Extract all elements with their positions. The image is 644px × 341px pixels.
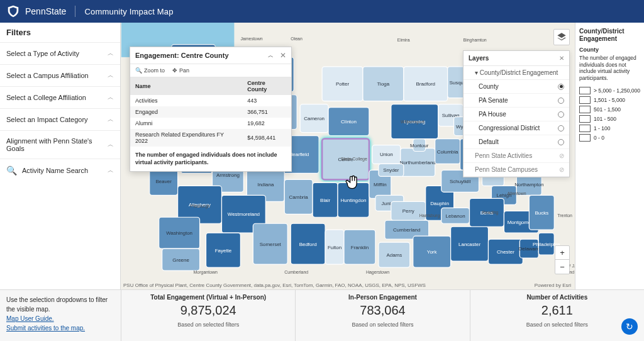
- pan-icon: ✥: [172, 67, 177, 74]
- layer-penn-state-campuses[interactable]: Penn State Campuses⊘: [464, 163, 569, 177]
- filters-panel: Filters Select a Type of Activity︿Select…: [0, 23, 121, 289]
- city-label: Binghamton: [464, 38, 487, 43]
- layers-panel: Layers ✕ ▾ County/District Engagement Co…: [463, 50, 570, 177]
- map-canvas[interactable]: ErieCrawfordWarrenMcKeanPotterTiogaBradf…: [121, 23, 575, 289]
- county-columbia[interactable]: [435, 139, 460, 164]
- radio-icon: [558, 139, 564, 145]
- county-northumberland[interactable]: [401, 148, 435, 177]
- chevron-up-icon: ︿: [108, 71, 114, 80]
- page-title: Community Impact Map: [84, 7, 173, 16]
- layer-option-pa-house[interactable]: PA House: [464, 108, 569, 121]
- filter-item-2[interactable]: Select a College Affiliation︿: [0, 87, 120, 109]
- county-potter[interactable]: [322, 67, 363, 101]
- radio-icon: [558, 111, 564, 118]
- legend-bin: 0 - 0: [579, 134, 640, 142]
- county-clinton[interactable]: [328, 108, 369, 136]
- popup-collapse-icon[interactable]: ︿: [268, 52, 274, 60]
- county-york[interactable]: [413, 236, 451, 267]
- legend-bin: 501 - 1,500: [579, 106, 640, 113]
- layer-penn-state-activities[interactable]: Penn State Activities⊘: [464, 149, 569, 163]
- county-washington[interactable]: [159, 217, 200, 249]
- radio-icon: [558, 84, 564, 90]
- county-blair[interactable]: [313, 182, 338, 217]
- city-label: Cumberland: [284, 270, 308, 274]
- chevron-up-icon: ︿: [108, 93, 114, 102]
- layers-icon: [557, 32, 567, 42]
- layers-title: Layers: [469, 55, 559, 62]
- county-bradford[interactable]: [404, 67, 448, 101]
- chevron-up-icon: ︿: [108, 49, 114, 58]
- county-tioga[interactable]: [363, 67, 404, 101]
- legend-bin: 101 - 500: [579, 115, 640, 123]
- legend-title: County/District Engagement: [579, 28, 640, 43]
- county-delaware[interactable]: [519, 239, 538, 258]
- layer-option-pa-senate[interactable]: PA Senate: [464, 94, 569, 108]
- layers-close-icon[interactable]: ✕: [559, 55, 564, 62]
- zoom-in-button[interactable]: +: [555, 246, 569, 260]
- county-chester[interactable]: [488, 239, 523, 264]
- county-union[interactable]: [372, 145, 401, 164]
- zoom-icon: 🔍: [135, 67, 142, 74]
- footer-help: Use the selection dropdowns to filter th…: [0, 290, 121, 341]
- popup-close-icon[interactable]: ✕: [280, 51, 286, 60]
- stat-card: Total Engagement (Virtual + In-Person)9,…: [121, 290, 295, 341]
- filter-item-4[interactable]: Alignment with Penn State's Goals︿: [0, 131, 120, 159]
- filter-item-0[interactable]: Select a Type of Activity︿: [0, 43, 120, 65]
- county-bedford[interactable]: [291, 223, 325, 264]
- county-philadelphia[interactable]: [538, 233, 554, 255]
- city-label: Olean: [291, 36, 303, 41]
- county-fayette[interactable]: [206, 233, 241, 267]
- county-somerset[interactable]: [253, 223, 287, 264]
- zoom-out-button[interactable]: −: [555, 260, 569, 274]
- app-header: PennState Community Impact Map: [0, 0, 644, 23]
- layer-group-label[interactable]: ▾ County/District Engagement: [464, 66, 569, 80]
- link-submit-activities[interactable]: Submit activities to the map.: [6, 325, 85, 332]
- filter-item-1[interactable]: Select a Campus Affiliation︿: [0, 65, 120, 87]
- county-adams[interactable]: [379, 242, 410, 267]
- popup-pan[interactable]: ✥Pan: [172, 67, 189, 74]
- activity-name-search[interactable]: 🔍 Activity Name Search ︿: [0, 159, 120, 182]
- popup-table: NameCentre CountyActivities443Engaged366…: [130, 77, 291, 147]
- footer-help-text: Use the selection dropdowns to filter th…: [6, 295, 114, 314]
- link-map-user-guide[interactable]: Map User Guide.: [6, 315, 54, 322]
- search-icon: 🔍: [6, 165, 17, 176]
- feature-popup: Engagement: Centre County ︿ ✕ 🔍Zoom to ✥…: [130, 47, 292, 172]
- chevron-up-icon: ︿: [108, 115, 114, 124]
- county-snyder[interactable]: [379, 164, 404, 176]
- visibility-off-icon: ⊘: [559, 166, 564, 173]
- county-greene[interactable]: [162, 249, 200, 271]
- county-fulton[interactable]: [325, 230, 344, 264]
- city-label: Morgantown: [194, 270, 218, 275]
- legend-note: The number of engaged individuals does n…: [579, 55, 640, 82]
- popup-zoom-to[interactable]: 🔍Zoom to: [135, 67, 165, 74]
- county-cameron[interactable]: [300, 104, 328, 133]
- footer-stats: Use the selection dropdowns to filter th…: [0, 290, 644, 341]
- county-huntingdon[interactable]: [338, 182, 369, 217]
- pennstate-shield-icon: [6, 4, 20, 18]
- legend-panel: County/District Engagement County The nu…: [575, 23, 644, 289]
- city-label: Hagerstown: [366, 270, 389, 275]
- radio-icon: [558, 98, 564, 104]
- county-montour[interactable]: [413, 139, 426, 152]
- help-fab-button[interactable]: ↻: [621, 318, 638, 335]
- layer-option-congressional-district[interactable]: Congressional District: [464, 121, 569, 135]
- map-attribution: PSU Office of Physical Plant, Centre Cou…: [123, 282, 426, 288]
- layer-option-default[interactable]: Default: [464, 135, 569, 149]
- layer-option-county[interactable]: County: [464, 80, 569, 94]
- basemap-toggle-button[interactable]: [553, 29, 570, 45]
- legend-bin: 1,501 - 5,000: [579, 96, 640, 104]
- county-bucks[interactable]: [529, 195, 554, 230]
- legend-subtitle: County: [579, 47, 640, 53]
- filters-heading: Filters: [0, 23, 120, 43]
- county-lancaster[interactable]: [451, 226, 489, 261]
- search-label: Activity Name Search: [22, 167, 88, 174]
- county-lebanon[interactable]: [441, 208, 470, 223]
- header-divider: [75, 6, 75, 17]
- county-cambria[interactable]: [284, 179, 313, 214]
- filter-item-3[interactable]: Select an Impact Category︿: [0, 109, 120, 131]
- stat-card: In-Person Engagement783,064Based on sele…: [295, 290, 469, 341]
- visibility-off-icon: ⊘: [559, 152, 564, 159]
- county-franklin[interactable]: [344, 230, 375, 264]
- popup-note: The number of engaged individuals does n…: [130, 147, 291, 171]
- stat-card: Number of Activities2,611Based on select…: [470, 290, 644, 341]
